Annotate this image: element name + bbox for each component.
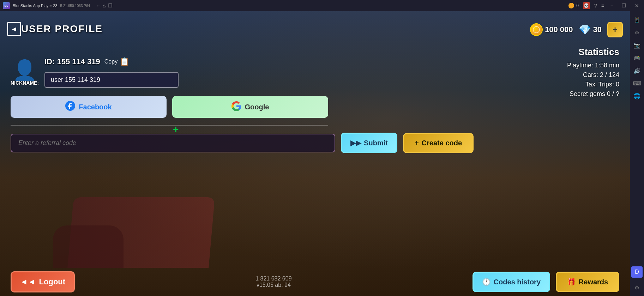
google-button[interactable]: Google	[172, 96, 328, 118]
referral-row: ▶▶ Submit + Create code	[11, 133, 505, 153]
titlebar-nav: ← ⌂ ❐	[96, 3, 112, 8]
titlebar: BS BlueStacks App Player 23 5.21.650.106…	[0, 0, 644, 11]
submit-button[interactable]: ▶▶ Submit	[341, 133, 397, 153]
game-area: ◄ USER PROFILE 100 000 💎 30 + Statistics…	[0, 11, 630, 296]
id-row: ID: 155 114 319 Copy 📋	[44, 57, 619, 66]
avatar-figure: 👤	[12, 60, 37, 80]
copy-label: Copy	[104, 59, 118, 65]
profile-content: 👤 NICKNAME: ID: 155 114 319 Copy 📋	[0, 47, 630, 296]
bottom-buttons: 🕐 Codes history 🎁 Rewards	[473, 272, 619, 292]
skull-icon[interactable]: 💀	[583, 2, 590, 9]
add-social-icon: +	[173, 124, 179, 135]
right-sidebar: 📱 ⚙ 📷 🎮 🔊 ⌨ 🌐 D ⚙	[630, 11, 644, 296]
sidebar-settings-icon[interactable]: ⚙	[631, 282, 643, 293]
profile-info: ID: 155 114 319 Copy 📋	[44, 57, 619, 88]
player-count: 1 821 682 609	[255, 276, 291, 282]
social-row: Facebook Google	[11, 96, 328, 118]
logout-label: Logout	[39, 277, 66, 286]
version-info: 1 821 682 609 v15.05 ab: 94	[255, 276, 291, 288]
diamond-icon: 💎	[579, 24, 591, 36]
sidebar-icon-4[interactable]: 🎮	[631, 52, 643, 64]
facebook-button[interactable]: Facebook	[11, 96, 167, 118]
google-icon	[231, 101, 241, 113]
facebook-icon	[65, 101, 75, 113]
sidebar-icon-6[interactable]: ⌨	[631, 78, 643, 89]
menu-icon[interactable]: ≡	[601, 3, 604, 8]
google-label: Google	[245, 103, 269, 111]
logout-button[interactable]: ◄◄ Logout	[11, 271, 75, 292]
sidebar-icon-7[interactable]: 🌐	[631, 90, 643, 102]
sidebar-icon-3[interactable]: 📷	[631, 40, 643, 51]
titlebar-coin-icon	[568, 3, 574, 8]
close-button[interactable]: ✕	[633, 2, 641, 9]
minimize-button[interactable]: −	[608, 2, 615, 9]
coin-inner	[533, 26, 540, 33]
nav-windows-icon[interactable]: ❐	[108, 3, 113, 8]
rewards-button[interactable]: 🎁 Rewards	[556, 272, 619, 292]
logout-arrow-icon: ◄◄	[20, 277, 36, 286]
avatar-section: 👤 NICKNAME: ID: 155 114 319 Copy 📋	[11, 57, 619, 89]
version-text: v15.05 ab: 94	[255, 282, 291, 288]
sidebar-icon-1[interactable]: 📱	[631, 14, 643, 25]
nickname-input[interactable]	[44, 72, 179, 88]
gift-icon: 🎁	[567, 278, 576, 286]
copy-icon: 📋	[120, 57, 129, 66]
create-plus-icon: +	[415, 139, 419, 147]
bluestacks-logo: BS	[3, 2, 10, 9]
divider	[11, 125, 328, 126]
maximize-button[interactable]: ❐	[620, 2, 628, 9]
nav-back-icon[interactable]: ←	[96, 3, 101, 8]
page-title: USER PROFILE	[21, 23, 103, 35]
bottom-row: ◄◄ Logout 1 821 682 609 v15.05 ab: 94 🕐 …	[11, 271, 619, 292]
titlebar-coin-value: 0	[576, 3, 579, 8]
coin-value: 100 000	[545, 25, 573, 34]
avatar: 👤 NICKNAME:	[11, 57, 39, 89]
coin-icon	[530, 23, 543, 36]
help-icon[interactable]: ?	[594, 3, 597, 8]
referral-input[interactable]	[11, 134, 335, 152]
app-title: BlueStacks App Player 23	[13, 4, 58, 8]
titlebar-controls: 0 💀 ? ≡ − ❐ ✕	[568, 2, 641, 9]
diamond-display: 💎 30	[579, 24, 602, 36]
profile-id: ID: 155 114 319	[44, 57, 100, 66]
back-button[interactable]: ◄	[7, 22, 21, 36]
sidebar-icon-2[interactable]: ⚙	[631, 27, 643, 38]
submit-label: Submit	[364, 139, 388, 147]
discord-icon[interactable]: D	[631, 266, 643, 278]
codes-history-button[interactable]: 🕐 Codes history	[473, 272, 550, 292]
diamond-value: 30	[593, 25, 602, 34]
app-version: 5.21.650.1063 P64	[60, 4, 90, 8]
rewards-label: Rewards	[579, 278, 608, 286]
coin-display: 100 000	[530, 23, 573, 36]
titlebar-coin: 0	[568, 3, 579, 8]
back-arrow-icon: ◄	[7, 22, 21, 36]
nav-home-icon[interactable]: ⌂	[103, 3, 106, 8]
submit-arrow-icon: ▶▶	[350, 139, 361, 147]
add-currency-button[interactable]: +	[607, 22, 623, 37]
sidebar-icon-5[interactable]: 🔊	[631, 65, 643, 76]
nickname-label: NICKNAME:	[11, 80, 39, 86]
currency-bar: 100 000 💎 30 +	[530, 22, 623, 37]
copy-button[interactable]: Copy 📋	[104, 57, 129, 66]
history-icon: 🕐	[482, 278, 491, 286]
facebook-label: Facebook	[79, 103, 112, 111]
history-label: Codes history	[494, 278, 541, 286]
create-code-button[interactable]: + Create code	[403, 133, 474, 153]
create-label: Create code	[422, 139, 462, 147]
